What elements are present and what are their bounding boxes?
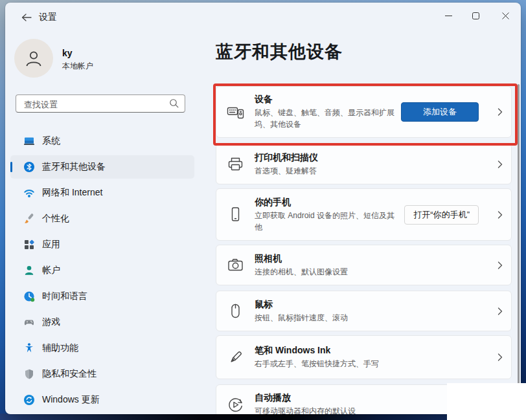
card-printers-scanners[interactable]: 打印机和扫描仪 首选项、疑难解答 <box>216 144 512 184</box>
privacy-icon <box>23 368 35 380</box>
search-box[interactable] <box>16 94 185 113</box>
chevron-right-icon <box>497 210 503 219</box>
page-title: 蓝牙和其他设备 <box>216 40 343 63</box>
chevron-right-icon <box>497 261 503 269</box>
mouse-icon <box>227 302 244 320</box>
system-icon <box>23 135 35 147</box>
accounts-icon <box>23 265 35 276</box>
windows-update-icon <box>23 394 35 406</box>
pen-icon <box>227 349 244 366</box>
search-icon[interactable] <box>169 98 179 109</box>
card-title: 照相机 <box>255 253 501 265</box>
sidebar-item-personalization[interactable]: 个性化 <box>10 207 194 230</box>
sidebar-item-system[interactable]: 系统 <box>10 129 194 153</box>
close-button[interactable] <box>492 6 518 25</box>
card-title: 鼠标 <box>255 299 501 311</box>
apps-icon <box>23 239 35 250</box>
sidebar-item-label: 网络和 Internet <box>42 187 102 199</box>
sidebar-item-label: 游戏 <box>42 316 60 328</box>
minimize-button[interactable] <box>435 6 461 25</box>
white-corner-overlay <box>447 383 526 420</box>
card-description: 按钮、鼠标指针速度、滚动 <box>255 312 501 324</box>
sidebar-item-label: 时间和语言 <box>42 291 87 302</box>
sidebar-item-accessibility[interactable]: 辅助功能 <box>10 337 194 360</box>
card-pen-windows-ink[interactable]: 笔和 Windows Ink 右手或左手、笔按钮快捷方式、手写 <box>216 335 512 379</box>
card-description: 连接的相机、默认图像设置 <box>255 266 501 278</box>
sidebar-item-label: 应用 <box>42 239 60 250</box>
sidebar-item-bluetooth-devices[interactable]: 蓝牙和其他设备 <box>10 155 194 179</box>
window-title: 设置 <box>39 12 57 23</box>
profile-account-type: 本地帐户 <box>62 61 93 72</box>
maximize-button[interactable] <box>463 6 488 25</box>
sidebar-item-label: 蓝牙和其他设备 <box>42 161 106 173</box>
phone-icon <box>227 206 244 223</box>
chevron-right-icon <box>497 307 503 315</box>
network-icon <box>23 187 35 199</box>
sidebar-item-label: Windows 更新 <box>42 394 100 406</box>
gaming-icon <box>23 316 35 328</box>
card-devices[interactable]: 设备 鼠标、键盘、触笔、音频、显示器和扩展坞、其他设备 添加设备 <box>216 86 512 138</box>
sidebar-item-accounts[interactable]: 帐户 <box>10 259 194 282</box>
card-title: 笔和 Windows Ink <box>255 345 501 357</box>
chevron-right-icon <box>497 353 503 362</box>
card-camera[interactable]: 照相机 连接的相机、默认图像设置 <box>216 245 512 285</box>
person-icon <box>24 49 43 68</box>
accessibility-icon <box>23 342 35 354</box>
chevron-right-icon <box>497 108 503 116</box>
sidebar-item-label: 个性化 <box>42 213 69 225</box>
open-your-phone-button[interactable]: 打开“你的手机” <box>404 205 479 225</box>
personalization-icon <box>23 213 35 225</box>
card-mouse[interactable]: 鼠标 按钮、鼠标指针速度、滚动 <box>216 291 512 331</box>
back-button[interactable] <box>18 10 35 25</box>
sidebar-item-network[interactable]: 网络和 Internet <box>10 181 194 204</box>
card-description: 鼠标、键盘、触笔、音频、显示器和扩展坞、其他设备 <box>255 107 401 130</box>
selection-accent <box>10 162 12 172</box>
sidebar-item-apps[interactable]: 应用 <box>10 233 194 256</box>
search-input[interactable] <box>23 96 165 113</box>
sidebar-item-label: 帐户 <box>42 265 60 276</box>
printer-icon <box>227 155 244 173</box>
time-language-icon <box>23 291 35 302</box>
autoplay-icon <box>227 396 244 414</box>
devices-icon <box>227 104 244 121</box>
card-your-phone[interactable]: 你的手机 立即获取 Android 设备的照片、短信及其他 打开“你的手机” <box>216 188 512 241</box>
camera-icon <box>227 256 244 274</box>
card-title: 打印机和扫描仪 <box>255 152 501 164</box>
card-description: 首选项、疑难解答 <box>255 165 501 177</box>
scrollbar[interactable] <box>518 84 520 404</box>
sidebar-item-windows-update[interactable]: Windows 更新 <box>10 388 194 412</box>
sidebar-item-label: 辅助功能 <box>42 342 78 354</box>
sidebar-item-label: 隐私和安全性 <box>42 368 97 380</box>
add-device-button[interactable]: 添加设备 <box>401 102 479 122</box>
settings-window: 设置 ky 本地帐户 系统 蓝牙和其他设备 <box>5 3 521 414</box>
bluetooth-icon <box>23 161 35 173</box>
chevron-right-icon <box>497 160 503 168</box>
sidebar-item-time-language[interactable]: 时间和语言 <box>10 285 194 308</box>
sidebar-item-label: 系统 <box>42 135 60 147</box>
profile-name: ky <box>62 48 73 58</box>
card-description: 右手或左手、笔按钮快捷方式、手写 <box>255 358 501 370</box>
sidebar-item-privacy-security[interactable]: 隐私和安全性 <box>10 362 194 386</box>
card-description: 立即获取 Android 设备的照片、短信及其他 <box>255 210 401 233</box>
avatar[interactable] <box>14 39 53 78</box>
sidebar-item-gaming[interactable]: 游戏 <box>10 311 194 334</box>
